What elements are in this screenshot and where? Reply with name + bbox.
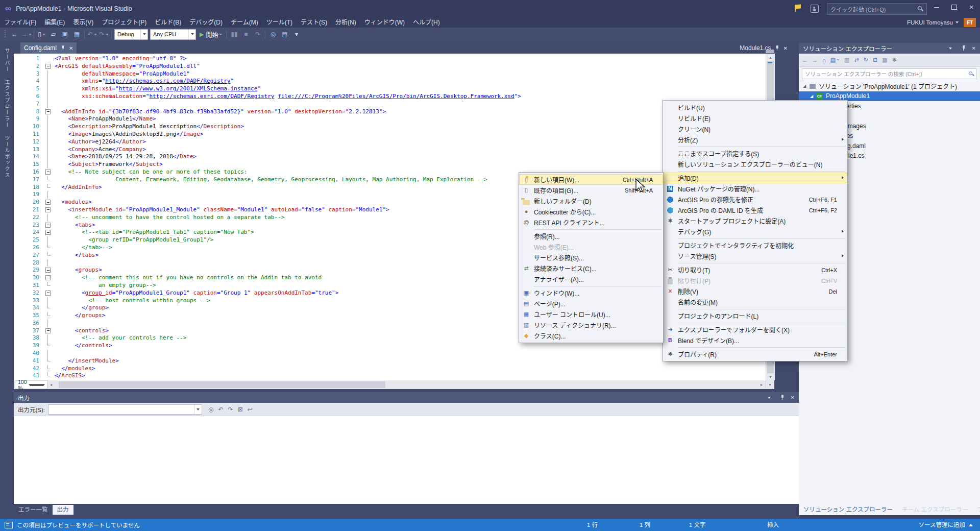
goto-previous-message-icon[interactable]: ↶ [218, 406, 224, 413]
toolbar-options-icon[interactable]: ▾ [290, 29, 302, 39]
context-menu-item[interactable]: デバッグ(G) [663, 226, 847, 237]
solution-platforms-select[interactable]: Any CPU [150, 29, 196, 40]
output-source-select[interactable] [48, 404, 202, 415]
fold-collapse-icon[interactable] [44, 267, 53, 274]
submenu-item[interactable]: アナライザー(A)... [519, 274, 663, 284]
fold-collapse-icon[interactable] [44, 199, 53, 206]
close-icon[interactable]: ✕ [69, 45, 73, 51]
fold-collapse-icon[interactable] [44, 108, 53, 116]
quick-launch-input[interactable]: クイック起動 (Ctrl+Q) [827, 3, 927, 15]
step-over-icon[interactable]: ↷ [252, 29, 263, 39]
chevron-down-icon[interactable] [140, 30, 148, 39]
find-in-files-icon[interactable]: ◎ [267, 29, 279, 39]
user-avatar[interactable]: FT [964, 18, 976, 27]
menubar-item[interactable]: 編集(E) [40, 17, 69, 28]
submenu-item[interactable]: ▯新しい項目(W)...Ctrl+Shift+A [519, 174, 663, 185]
tool-window-tab[interactable]: エラー一覧 [14, 505, 53, 515]
feedback-icon[interactable] [811, 5, 819, 13]
context-menu-item[interactable]: ✱スタートアップ プロジェクトに設定(A) [663, 215, 847, 226]
add-to-source-control-button[interactable]: ソース管理に追加 [919, 519, 973, 531]
context-menu-item[interactable]: ArcGIS Pro の DAML ID を生成Ctrl+F6, F2 [663, 205, 847, 215]
pending-changes-filter-icon[interactable]: ▥ [844, 57, 849, 63]
menubar-item[interactable]: 表示(V) [69, 17, 97, 28]
scroll-left-icon[interactable]: ◂ [47, 382, 55, 387]
fold-collapse-icon[interactable] [44, 289, 53, 297]
context-menu-item[interactable]: ✱プロパティ(R)Alt+Enter [663, 349, 847, 359]
menubar-item[interactable]: デバッグ(D) [185, 17, 227, 28]
stop-debugging-icon[interactable]: ■ [240, 29, 252, 39]
solution-configurations-select[interactable]: Debug [114, 29, 148, 40]
chevron-down-icon[interactable] [188, 30, 195, 39]
tab-module1-cs[interactable]: Module1.cs ✕ [740, 42, 788, 54]
context-menu-item[interactable]: ソース管理(S) [663, 251, 847, 261]
context-menu-item[interactable]: プロジェクトでインタラクティブを初期化 [663, 240, 847, 251]
submenu-item[interactable]: ▤ページ(P)... [519, 298, 663, 309]
tool-window-tab[interactable]: ソリューション エクスプローラー [799, 505, 897, 515]
fold-collapse-icon[interactable] [44, 229, 53, 236]
context-menu-item[interactable]: ➜エクスプローラーでフォルダーを開く(X) [663, 324, 847, 335]
keep-open-icon[interactable] [775, 45, 780, 51]
context-menu-item[interactable]: ここまでスコープ指定する(S) [663, 148, 847, 159]
submenu-item[interactable]: ⇄接続済みサービス(C)... [519, 263, 663, 274]
tool-window-tab[interactable]: 出力 [53, 505, 74, 515]
context-menu-item[interactable]: ArcGIS Pro の参照先を修正Ctrl+F6, F1 [663, 194, 847, 205]
output-panel-header[interactable]: 出力 ✕ [14, 392, 799, 403]
scroll-up-icon[interactable]: ▴ [766, 54, 775, 61]
menubar-item[interactable]: 分析(N) [331, 17, 360, 28]
switch-views-icon[interactable]: ▤ [830, 57, 840, 63]
menubar-item[interactable]: プロジェクト(P) [97, 17, 151, 28]
redo-icon[interactable]: ↷ [98, 29, 110, 39]
context-menu-item[interactable]: BBlend でデザイン(B)... [663, 335, 847, 346]
menubar-item[interactable]: ウィンドウ(W) [360, 17, 409, 28]
submenu-item[interactable]: ●Cookiecutter から(C)... [519, 206, 663, 217]
context-menu-item[interactable]: 追加(D) [663, 173, 847, 183]
menubar-item[interactable]: ヘルプ(H) [409, 17, 444, 28]
submenu-item[interactable]: サービス参照(S)... [519, 252, 663, 263]
tool-window-tab[interactable]: サーバー エクスプローラー [3, 48, 11, 128]
zoom-selector[interactable]: 100 % [15, 380, 47, 389]
close-icon[interactable]: ✕ [972, 45, 976, 51]
close-icon[interactable]: ✕ [791, 395, 795, 400]
submenu-item[interactable]: @REST API クライアント... [519, 217, 663, 228]
menubar-item[interactable]: ツール(T) [262, 17, 297, 28]
collapse-all-icon[interactable]: ⊟ [873, 57, 877, 63]
sync-with-active-document-icon[interactable]: ⇄ [854, 57, 859, 63]
search-input[interactable]: ソリューション エクスプローラー の検索 (Ctrl+;) [802, 68, 977, 79]
fold-collapse-icon[interactable] [44, 327, 53, 335]
save-all-icon[interactable]: ▦ [71, 29, 83, 39]
solution-explorer-header[interactable]: ソリューション エクスプローラー ✕ [799, 43, 980, 54]
context-menu-item[interactable]: ビルド(U) [663, 102, 847, 113]
close-icon[interactable]: ✕ [783, 45, 788, 51]
refresh-icon[interactable]: ↻ [864, 57, 868, 63]
toolbar-grip[interactable] [4, 30, 7, 38]
menubar-item[interactable]: テスト(S) [297, 17, 331, 28]
context-menu-item[interactable]: クリーン(N) [663, 124, 847, 134]
scrollbar-options-icon[interactable]: ▾ [765, 381, 774, 389]
pin-icon[interactable] [962, 45, 966, 51]
home-icon[interactable]: ⌂ [822, 57, 826, 63]
open-file-icon[interactable]: ▱ [47, 29, 59, 39]
tree-item[interactable]: ◢ソリューション 'ProAppModule1' (1 プロジェクト) [799, 81, 980, 91]
navigate-backward-icon[interactable]: ← [9, 29, 20, 39]
tool-window-tab[interactable]: チーム エクスプローラー [897, 505, 972, 515]
scroll-right-icon[interactable]: ▸ [758, 382, 765, 387]
pin-icon[interactable] [61, 45, 65, 51]
properties-icon[interactable]: ✱ [892, 57, 897, 63]
submenu-item[interactable]: ▦ユーザー コントロール(U)... [519, 309, 663, 320]
save-icon[interactable]: ▣ [59, 29, 71, 39]
editor-split-handle[interactable] [766, 50, 774, 53]
find-message-icon[interactable]: ◎ [208, 406, 213, 413]
close-button[interactable]: ✕ [963, 0, 980, 14]
tool-window-tab[interactable]: ツールボックス [3, 135, 11, 178]
submenu-item[interactable]: Web 参照(E)... [519, 242, 663, 252]
submenu-item[interactable]: ▣ウィンドウ(W)... [519, 287, 663, 298]
context-menu-item[interactable]: ✂切り取り(T)Ctrl+X [663, 264, 847, 275]
menubar-item[interactable]: ファイル(F) [0, 17, 40, 28]
start-debugging-button[interactable]: ▶開始 [197, 29, 225, 39]
tab-config-daml[interactable]: Config.daml ✕ [20, 42, 77, 54]
line-comment-icon[interactable]: ▤ [279, 29, 290, 39]
pin-icon[interactable] [780, 395, 785, 400]
context-menu-item[interactable]: NNuGet パッケージの管理(N)... [663, 183, 847, 194]
context-menu-item[interactable]: ✕削除(V)Del [663, 286, 847, 297]
submenu-item[interactable]: 新しいフォルダー(D) [519, 196, 663, 206]
